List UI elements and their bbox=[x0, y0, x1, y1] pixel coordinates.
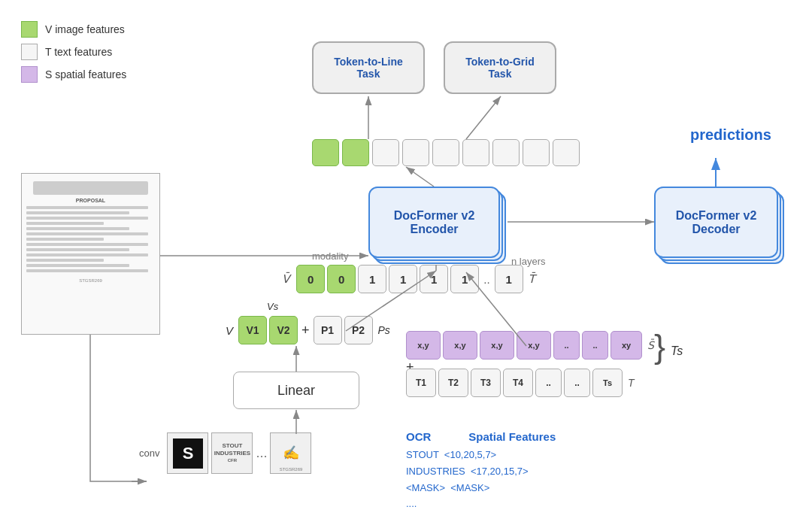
spatial-xy-3: x,y bbox=[480, 331, 514, 360]
legend-v-image: V image features bbox=[21, 21, 126, 38]
ocr-header-spatial: Spatial Features bbox=[468, 430, 556, 443]
linear-box: Linear bbox=[233, 372, 359, 409]
out-token-white-7 bbox=[553, 139, 580, 166]
out-token-white-1 bbox=[372, 139, 399, 166]
ocr-line-2: INDUSTRIES <17,20,15,7> bbox=[406, 463, 556, 480]
modality-text: modality bbox=[312, 250, 348, 262]
spatial-xy-5: xy bbox=[611, 331, 642, 360]
mod-token-0-2: 0 bbox=[327, 265, 356, 293]
doc-blur bbox=[33, 181, 149, 195]
legend-v-label: V image features bbox=[45, 23, 125, 35]
t-dots-2: .. bbox=[564, 369, 590, 397]
linear-label: Linear bbox=[277, 383, 315, 399]
legend-box-green bbox=[21, 21, 38, 38]
ocr-line-3: <MASK> <MASK> bbox=[406, 480, 556, 496]
conv-dots: ... bbox=[256, 445, 267, 461]
encoder-main: DocFormer v2Encoder bbox=[368, 187, 500, 258]
task-line-label: Token-to-LineTask bbox=[334, 56, 403, 80]
conv-row: conv S STOUTINDUSTRIESCFR ... ✍ STGSR269 bbox=[139, 432, 311, 474]
legend-t-label: T text features bbox=[45, 46, 112, 58]
token-v2: V2 bbox=[269, 316, 298, 344]
svg-line-7 bbox=[406, 167, 434, 187]
t-token-3: T3 bbox=[471, 369, 501, 397]
encoder-title: DocFormer v2Encoder bbox=[394, 209, 475, 236]
spatial-xy-4: x,y bbox=[517, 331, 551, 360]
t-label: T bbox=[628, 377, 635, 389]
mod-dots: .. bbox=[483, 273, 489, 286]
v-tokens-section: V V1 V2 + P1 P2 Ps bbox=[226, 316, 390, 344]
conv-img-1: S bbox=[167, 432, 208, 474]
svg-line-9 bbox=[466, 96, 501, 139]
ocr-line-1: STOUT <10,20,5,7> bbox=[406, 447, 556, 463]
t-row: T1 T2 T3 T4 .. .. Ts T bbox=[406, 369, 635, 397]
t-token-1: T1 bbox=[406, 369, 436, 397]
task-grid-label: Token-to-GridTask bbox=[465, 56, 535, 80]
spatial-xy-1: x,y bbox=[406, 331, 441, 360]
out-token-green-2 bbox=[342, 139, 369, 166]
out-token-white-6 bbox=[523, 139, 550, 166]
ocr-dots: .... bbox=[406, 498, 556, 509]
out-token-green-1 bbox=[312, 139, 339, 166]
legend-s-label: S spatial features bbox=[45, 68, 126, 80]
plus-vp: + bbox=[301, 323, 310, 338]
ocr-header-ocr: OCR bbox=[406, 430, 431, 443]
doc-stamp: STGSR269 bbox=[26, 278, 155, 283]
v-label: V bbox=[226, 324, 233, 337]
legend-box-purple bbox=[21, 66, 38, 83]
spatial-dots-2: .. bbox=[582, 331, 608, 360]
legend-s-spatial: S spatial features bbox=[21, 66, 126, 83]
ps-label: Ps bbox=[378, 324, 390, 336]
ocr-section: OCR Spatial Features STOUT <10,20,5,7> I… bbox=[406, 430, 556, 509]
doc-title: PROPOSAL bbox=[26, 198, 155, 203]
task-token-grid: Token-to-GridTask bbox=[444, 41, 556, 94]
spatial-dots-1: .. bbox=[553, 331, 580, 360]
diagram-container: V image features T text features S spati… bbox=[0, 0, 812, 531]
predictions-label: predictions bbox=[690, 126, 771, 144]
out-token-white-3 bbox=[432, 139, 459, 166]
ts-bracket: } bbox=[654, 329, 665, 363]
v-bar-label: V̄ bbox=[282, 272, 289, 286]
spatial-xy-2: x,y bbox=[443, 331, 477, 360]
n-layers-label: n layers bbox=[511, 256, 546, 267]
out-token-white-4 bbox=[462, 139, 489, 166]
legend-t-text: T text features bbox=[21, 44, 126, 60]
out-token-white-5 bbox=[492, 139, 520, 166]
ts-label-side: Ts bbox=[671, 344, 683, 358]
legend-box-white bbox=[21, 44, 38, 60]
t-token-4: T4 bbox=[503, 369, 533, 397]
t-token-ts: Ts bbox=[592, 369, 623, 397]
encoder-box: DocFormer v2Encoder bbox=[368, 187, 508, 269]
token-v1: V1 bbox=[238, 316, 267, 344]
t-dots-1: .. bbox=[535, 369, 562, 397]
token-p2: P2 bbox=[344, 316, 373, 344]
decoder-title: DocFormer v2Decoder bbox=[676, 209, 757, 236]
token-p1: P1 bbox=[314, 316, 342, 344]
decoder-box: DocFormer v2Decoder bbox=[654, 187, 786, 269]
t-token-2: T2 bbox=[438, 369, 468, 397]
document-image: PROPOSAL STGSR269 bbox=[21, 173, 160, 335]
task-token-line: Token-to-LineTask bbox=[312, 41, 425, 94]
out-token-white-2 bbox=[402, 139, 429, 166]
conv-label: conv bbox=[139, 448, 159, 459]
t-bar-label: T̄ bbox=[529, 272, 535, 286]
vs-label: Vs bbox=[267, 301, 278, 312]
conv-img-3: ✍ STGSR269 bbox=[270, 432, 311, 474]
mod-token-0-1: 0 bbox=[296, 265, 325, 293]
spatial-row: x,y x,y x,y x,y .. .. xy S̄ bbox=[406, 331, 654, 360]
s-bar-label: S̄ bbox=[647, 339, 654, 351]
legend: V image features T text features S spati… bbox=[21, 21, 126, 89]
conv-img-2: STOUTINDUSTRIESCFR bbox=[211, 432, 253, 474]
output-tokens bbox=[312, 139, 580, 166]
decoder-main: DocFormer v2Decoder bbox=[654, 187, 778, 258]
